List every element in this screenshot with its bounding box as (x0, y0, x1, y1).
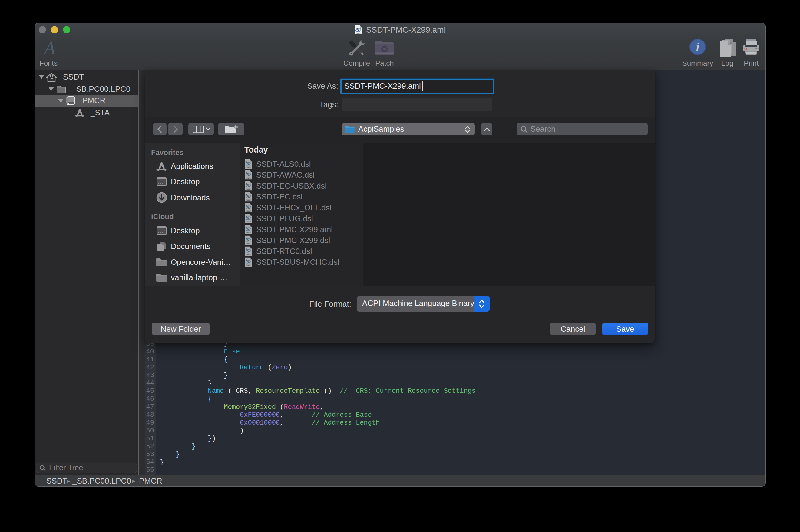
svg-text:AML: AML (357, 33, 360, 34)
svg-text:i: i (696, 40, 699, 54)
